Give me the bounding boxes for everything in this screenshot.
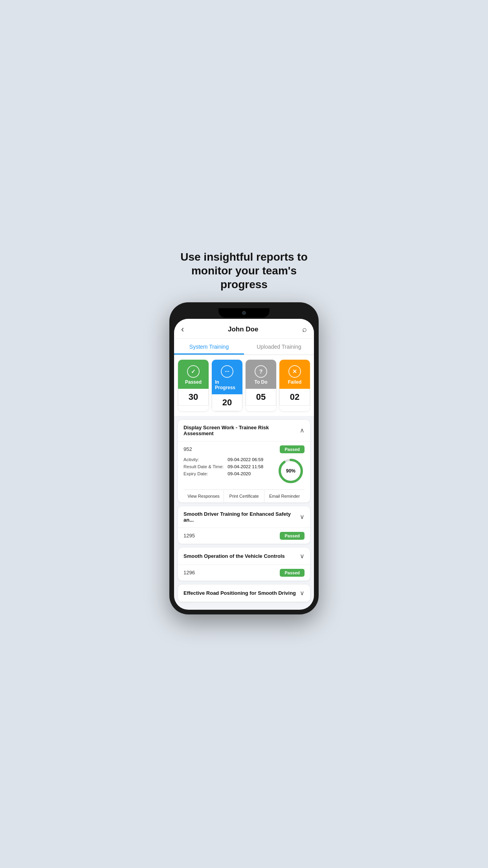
- tab-system-training[interactable]: System Training: [174, 339, 244, 355]
- training-row-id-0: 952 Passed: [183, 445, 305, 453]
- training-body-1: 1295 Passed: [178, 528, 310, 540]
- progress-ring: 90%: [277, 458, 304, 484]
- passed-label: Passed: [185, 379, 202, 385]
- training-title-0: Display Screen Work - Trainee Risk Asses…: [183, 425, 297, 436]
- tab-bar: System Training Uploaded Training: [174, 339, 314, 355]
- chevron-down-icon-2: ∨: [300, 552, 305, 560]
- training-title-3: Effective Road Positioning for Smooth Dr…: [183, 590, 297, 596]
- training-item-0: Display Screen Work - Trainee Risk Asses…: [178, 420, 310, 502]
- status-badge-0: Passed: [280, 445, 305, 453]
- status-badge-2: Passed: [280, 569, 305, 577]
- training-id-0: 952: [183, 446, 192, 452]
- card-passed[interactable]: ✓ Passed 30: [178, 360, 209, 411]
- card-failed[interactable]: ✕ Failed 02: [279, 360, 310, 411]
- back-button[interactable]: ‹: [181, 324, 184, 335]
- training-id-2: 1296: [183, 570, 195, 576]
- print-certificate-button[interactable]: Print Certificate: [224, 490, 264, 502]
- training-row-id-2: 1296 Passed: [183, 569, 305, 577]
- failed-label: Failed: [288, 379, 302, 385]
- result-date-label: Result Date & Time:: [183, 464, 224, 469]
- chevron-up-icon: ∧: [300, 427, 305, 434]
- expiry-date-value: 09-04-2020: [227, 471, 273, 476]
- camera: [242, 311, 246, 315]
- progress-percent: 90%: [286, 468, 295, 474]
- hero-title: Use insightful reports to monitor your t…: [169, 250, 319, 291]
- in-progress-icon: ···: [221, 365, 233, 378]
- notch: [218, 308, 270, 318]
- chevron-down-icon-1: ∨: [300, 513, 305, 520]
- header-title: John Doe: [228, 326, 258, 333]
- to-do-icon: ?: [255, 365, 267, 378]
- training-title-1: Smooth Driver Training for Enhanced Safe…: [183, 511, 297, 523]
- detail-values-0: 09-04-2022 06:59 09-04-2022 11:58 09-04-…: [227, 457, 273, 485]
- training-item-1: Smooth Driver Training for Enhanced Safe…: [178, 506, 310, 544]
- in-progress-count: 20: [212, 394, 242, 411]
- progress-ring-wrapper: 90%: [277, 457, 305, 485]
- training-details-0: Activity: Result Date & Time: Expiry Dat…: [183, 457, 305, 485]
- chevron-down-icon-3: ∨: [300, 589, 305, 597]
- notch-bar: [174, 307, 314, 319]
- activity-value: 09-04-2022 06:59: [227, 457, 273, 462]
- email-reminder-button[interactable]: Email Reminder: [264, 490, 305, 502]
- training-header-2[interactable]: Smooth Operation of the Vehicle Controls…: [178, 548, 310, 565]
- result-date-value: 09-04-2022 11:58: [227, 464, 273, 469]
- view-responses-button[interactable]: View Responses: [183, 490, 224, 502]
- passed-count: 30: [178, 389, 209, 406]
- training-body-2: 1296 Passed: [178, 565, 310, 577]
- card-to-do[interactable]: ? To Do 05: [246, 360, 276, 411]
- training-body-0: 952 Passed Activity: Result Date & Time:…: [178, 441, 310, 502]
- passed-icon: ✓: [187, 365, 200, 378]
- outer-wrapper: Use insightful reports to monitor your t…: [161, 238, 327, 630]
- training-actions-0: View Responses Print Certificate Email R…: [183, 489, 305, 502]
- card-in-progress[interactable]: ··· In Progress 20: [212, 360, 242, 411]
- tab-uploaded-training[interactable]: Uploaded Training: [244, 339, 314, 355]
- training-header-1[interactable]: Smooth Driver Training for Enhanced Safe…: [178, 506, 310, 528]
- training-title-2: Smooth Operation of the Vehicle Controls: [183, 553, 297, 559]
- training-list: Display Screen Work - Trainee Risk Asses…: [174, 416, 314, 610]
- failed-icon: ✕: [288, 365, 301, 378]
- search-icon[interactable]: ⌕: [302, 325, 307, 334]
- status-cards: ✓ Passed 30 ··· In Progress 20 ? To Do: [174, 355, 314, 416]
- to-do-label: To Do: [254, 379, 267, 385]
- to-do-count: 05: [246, 389, 276, 406]
- training-item-3: Effective Road Positioning for Smooth Dr…: [178, 585, 310, 602]
- training-header-0[interactable]: Display Screen Work - Trainee Risk Asses…: [178, 420, 310, 441]
- phone-screen: ‹ John Doe ⌕ System Training Uploaded Tr…: [174, 319, 314, 610]
- training-row-id-1: 1295 Passed: [183, 532, 305, 540]
- in-progress-label: In Progress: [215, 379, 239, 390]
- training-item-2: Smooth Operation of the Vehicle Controls…: [178, 548, 310, 581]
- training-id-1: 1295: [183, 533, 195, 539]
- activity-label: Activity:: [183, 457, 224, 462]
- training-header-3[interactable]: Effective Road Positioning for Smooth Dr…: [178, 585, 310, 602]
- status-badge-1: Passed: [280, 532, 305, 540]
- detail-labels-0: Activity: Result Date & Time: Expiry Dat…: [183, 457, 224, 485]
- failed-count: 02: [279, 389, 310, 406]
- expiry-date-label: Expiry Date:: [183, 471, 224, 476]
- app-header: ‹ John Doe ⌕: [174, 319, 314, 339]
- phone-shell: ‹ John Doe ⌕ System Training Uploaded Tr…: [169, 302, 319, 614]
